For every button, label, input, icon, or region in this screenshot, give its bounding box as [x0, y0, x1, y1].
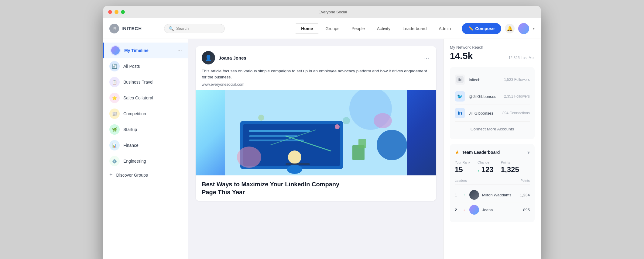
leader-1-change-icon: ↑: [462, 193, 466, 197]
svg-point-12: [287, 165, 302, 174]
account-row-initech: IN Initech 1,523 Followers: [455, 71, 530, 88]
main-feed: 👤 Joana Jones ··· This article focuses o…: [188, 39, 444, 259]
sidebar-item-sales-collateral[interactable]: ⭐ Sales Collateral: [103, 90, 188, 106]
sidebar-item-startup[interactable]: 🌿 Startup: [103, 122, 188, 137]
sidebar-item-discover-groups[interactable]: + Discover Groups: [103, 169, 188, 181]
sidebar-item-engineering[interactable]: ⚙️ Engineering: [103, 153, 188, 169]
stat-points: Points 1,325: [501, 161, 519, 174]
nav-home[interactable]: Home: [295, 23, 319, 34]
leaderboard-dropdown-icon[interactable]: ▾: [527, 150, 530, 155]
compose-button[interactable]: Compose: [462, 23, 501, 34]
network-last-month: 12,325 Last Mo.: [509, 56, 535, 60]
network-reach-title: My Network Reach: [450, 45, 535, 50]
leader-1-avatar: [469, 190, 479, 200]
notifications-icon[interactable]: 🔔: [505, 24, 515, 33]
search-bar[interactable]: 🔍: [164, 24, 225, 33]
startup-icon: 🌿: [109, 124, 120, 135]
leader-2-name: Joana: [482, 208, 520, 212]
timeline-avatar: [110, 45, 121, 56]
svg-rect-15: [358, 139, 366, 148]
close-button[interactable]: [108, 10, 112, 14]
leaderboard-stats: Your Rank 15 Change ↑ 123 Points 1,325: [455, 161, 530, 174]
account-row-twitter: 🐦 @JillGibbonses 2,351 Followers: [455, 88, 530, 105]
post-illustration: [196, 90, 436, 175]
change-value: ↑ 123: [478, 165, 494, 174]
accounts-card: IN Initech 1,523 Followers 🐦 @JillGibbon…: [450, 67, 535, 139]
stat-your-rank: Your Rank 15: [455, 161, 470, 174]
post-header: 👤 Joana Jones ···: [196, 46, 436, 68]
star-icon: ★: [455, 149, 460, 156]
account-row-linkedin: in Jill Gibbonses 894 Connections: [455, 105, 530, 122]
post-options-icon[interactable]: ···: [423, 54, 430, 61]
leader-row-1: 1 ↑ Milton Waddams 1,234: [455, 188, 530, 202]
more-options-icon[interactable]: ···: [177, 47, 182, 54]
sidebar-my-timeline-label: My Timeline: [124, 48, 149, 53]
post-body: This article focuses on various simple c…: [196, 68, 436, 90]
svg-point-10: [258, 115, 264, 121]
connect-more-button[interactable]: Connect More Accounts: [455, 123, 530, 135]
sidebar-item-business-travel[interactable]: 📋 Business Travel: [103, 74, 188, 90]
post-text: This article focuses on various simple c…: [202, 68, 430, 81]
initech-icon: IN: [455, 74, 465, 85]
leader-1-name: Milton Waddams: [482, 193, 517, 197]
post-author-avatar: 👤: [202, 51, 215, 64]
sidebar: My Timeline ··· 🔄 All Posts 📋 Business T…: [103, 39, 188, 259]
post-title-area: Best Ways to Maximize Your LinkedIn Comp…: [196, 175, 436, 201]
sidebar-sales-collateral-label: Sales Collateral: [123, 95, 153, 100]
minimize-button[interactable]: [115, 10, 118, 14]
svg-rect-7: [249, 140, 304, 141]
network-reach-value: 14.5k: [450, 51, 473, 61]
leaders-col-label: Leaders: [455, 179, 467, 182]
post-author-name: Joana Jones: [219, 55, 246, 60]
initech-account-name: Initech: [469, 78, 500, 82]
svg-point-2: [377, 130, 407, 160]
nav-groups[interactable]: Groups: [319, 24, 345, 33]
window-controls: [108, 10, 125, 14]
titlebar: Everyone Social: [103, 6, 541, 18]
sidebar-item-all-posts[interactable]: 🔄 All Posts: [103, 58, 188, 74]
post-avatar-image: 👤: [202, 51, 215, 64]
linkedin-connections: 894 Connections: [502, 111, 530, 115]
post-image: [196, 90, 436, 175]
post-link[interactable]: www.everyonesocial.com: [202, 82, 430, 87]
leaders-header: Leaders Points: [455, 179, 530, 185]
your-rank-value: 15: [455, 165, 470, 174]
points-value: 1,325: [501, 165, 519, 174]
svg-point-8: [335, 124, 340, 129]
network-reach-section: My Network Reach 14.5k 12,325 Last Mo.: [450, 45, 535, 61]
nav-right-controls: 🔔 ▾: [505, 23, 535, 34]
window-title: Everyone Social: [130, 10, 536, 14]
leader-1-rank: 1: [455, 193, 459, 197]
points-col-label: Points: [520, 179, 530, 182]
post-card: 👤 Joana Jones ··· This article focuses o…: [196, 46, 436, 201]
sidebar-item-competition[interactable]: 📰 Competition: [103, 106, 188, 122]
sidebar-engineering-label: Engineering: [123, 159, 146, 164]
user-avatar-nav[interactable]: [518, 23, 529, 34]
twitter-account-name: @JillGibbonses: [469, 94, 500, 99]
maximize-button[interactable]: [121, 10, 125, 14]
nav-admin[interactable]: Admin: [433, 24, 457, 33]
sidebar-item-finance[interactable]: 📊 Finance: [103, 137, 188, 153]
main-layout: My Timeline ··· 🔄 All Posts 📋 Business T…: [103, 39, 541, 259]
search-icon: 🔍: [169, 26, 174, 31]
nav-activity[interactable]: Activity: [371, 24, 396, 33]
logo-area: IN INITECH: [109, 24, 158, 33]
nav-leaderboard[interactable]: Leaderboard: [396, 24, 433, 33]
post-title: Best Ways to Maximize Your LinkedIn Comp…: [202, 180, 430, 196]
stat-change: Change ↑ 123: [478, 161, 494, 174]
leader-1-points: 1,234: [520, 193, 530, 197]
linkedin-account-name: Jill Gibbonses: [469, 111, 499, 116]
plus-icon: +: [109, 172, 113, 178]
sales-collateral-icon: ⭐: [109, 93, 120, 103]
sidebar-item-my-timeline[interactable]: My Timeline ···: [103, 43, 188, 58]
app-window: Everyone Social IN INITECH 🔍 Home Groups…: [103, 6, 541, 259]
search-input[interactable]: [176, 26, 219, 31]
nav-people[interactable]: People: [345, 24, 371, 33]
svg-point-16: [237, 147, 261, 168]
change-label: Change: [478, 161, 494, 164]
svg-point-11: [288, 150, 301, 164]
linkedin-icon: in: [455, 108, 465, 118]
chevron-down-icon[interactable]: ▾: [533, 26, 535, 31]
svg-point-9: [343, 117, 350, 124]
logo-icon: IN: [109, 24, 119, 33]
